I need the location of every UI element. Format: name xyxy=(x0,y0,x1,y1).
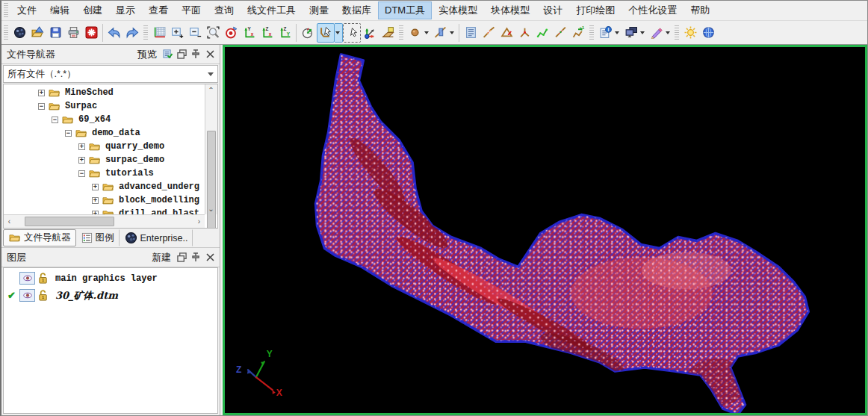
collapse-icon[interactable]: − xyxy=(52,117,58,123)
menu-数据库[interactable]: 数据库 xyxy=(335,1,378,19)
file-info-button[interactable]: i xyxy=(596,23,614,43)
preview-pane-icon[interactable] xyxy=(161,48,174,61)
preview-button[interactable]: 预览 xyxy=(134,46,160,63)
expand-icon[interactable]: + xyxy=(78,157,85,164)
tree-item-block_modelling[interactable]: +block_modelling xyxy=(4,193,205,207)
display-settings-dropdown[interactable] xyxy=(639,23,647,43)
float-window-icon[interactable] xyxy=(175,251,188,264)
menu-帮助[interactable]: 帮助 xyxy=(683,1,716,19)
view-plane-zy-button[interactable]: ZY xyxy=(276,23,294,43)
active-layer-check-icon[interactable]: ✔ xyxy=(6,290,17,301)
float-window-icon[interactable] xyxy=(175,48,188,61)
tree-item-demo_data[interactable]: −demo_data xyxy=(4,126,205,140)
zoom-window-button[interactable] xyxy=(204,23,222,43)
tab-legend[interactable]: 图例 xyxy=(76,229,120,246)
menu-查看[interactable]: 查看 xyxy=(142,1,175,19)
segment-tool-dropdown[interactable] xyxy=(449,23,456,43)
scroll-down-arrow[interactable]: ⌄ xyxy=(205,203,217,214)
expand-icon[interactable]: + xyxy=(92,197,99,204)
view-plane-yx-button[interactable]: Yx xyxy=(240,23,258,43)
tree-item-drill_and_blast[interactable]: +drill_and_blast xyxy=(4,207,205,214)
display-settings-button[interactable] xyxy=(621,23,639,43)
tree-vertical-scrollbar[interactable]: ⌃ ⌄ xyxy=(205,84,217,214)
tree-item-tutorials[interactable]: −tutorials xyxy=(4,167,205,180)
menu-测量[interactable]: 测量 xyxy=(303,1,335,19)
file-info-dropdown[interactable] xyxy=(614,23,621,43)
menu-文件[interactable]: 文件 xyxy=(10,1,43,19)
menu-显示[interactable]: 显示 xyxy=(109,1,142,19)
pin-icon[interactable] xyxy=(189,48,202,61)
save-file-button[interactable] xyxy=(46,23,64,43)
menu-创建[interactable]: 创建 xyxy=(76,1,109,19)
pan-3d-axes-button[interactable] xyxy=(361,23,379,43)
point-tool-dropdown[interactable] xyxy=(424,23,431,43)
print-button[interactable] xyxy=(64,23,82,43)
menu-实体模型[interactable]: 实体模型 xyxy=(432,1,484,19)
scroll-right-arrow[interactable]: › xyxy=(193,216,205,227)
segment-tool-button[interactable] xyxy=(431,23,449,43)
expand-icon[interactable]: + xyxy=(92,184,99,190)
file-filter-dropdown[interactable]: 所有文件（.*.*） xyxy=(3,65,218,83)
rotate-view-button[interactable] xyxy=(299,23,317,43)
collapse-icon[interactable]: − xyxy=(65,130,72,137)
view-plane-zx-button[interactable]: Zx xyxy=(258,23,276,43)
collapse-icon[interactable]: − xyxy=(38,103,45,110)
tree-item-quarry_demo[interactable]: +quarry_demo xyxy=(4,140,205,153)
select-string-mode-dropdown[interactable] xyxy=(335,23,343,43)
smooth-line-button[interactable] xyxy=(533,23,551,43)
select-string-mode-button[interactable] xyxy=(317,23,335,43)
toolbar-grip[interactable] xyxy=(4,25,8,40)
graphics-viewport[interactable]: Y Z X xyxy=(223,45,867,415)
string-properties-button[interactable] xyxy=(462,23,480,43)
layer-row[interactable]: 1main graphics layer xyxy=(4,270,217,287)
tree-item-Surpac[interactable]: −Surpac xyxy=(4,99,205,113)
zoom-data-extents-button[interactable] xyxy=(150,23,168,43)
new-layer-button[interactable]: 新建 xyxy=(149,249,174,266)
zoom-out-button[interactable] xyxy=(186,23,204,43)
break-line-button[interactable] xyxy=(480,23,497,43)
join-lines-button[interactable] xyxy=(551,23,569,43)
pin-icon[interactable] xyxy=(189,251,202,264)
layer-row[interactable]: ✔130_矿体.dtm xyxy=(4,287,217,304)
close-string-button[interactable] xyxy=(497,23,515,43)
expand-icon[interactable]: + xyxy=(38,90,45,96)
menu-线文件工具[interactable]: 线文件工具 xyxy=(241,1,303,19)
tab-file-navigator[interactable]: 文件导航器 xyxy=(3,229,76,246)
close-panel-icon[interactable] xyxy=(203,251,217,264)
tree-item-advanced_underg[interactable]: +advanced_underg xyxy=(4,180,205,193)
menubar-grip[interactable] xyxy=(4,3,8,18)
menu-设计[interactable]: 设计 xyxy=(536,1,569,19)
toolbar-grip[interactable] xyxy=(589,25,594,40)
layer-visibility-eye-icon[interactable] xyxy=(19,272,35,285)
scroll-left-arrow[interactable]: ‹ xyxy=(4,216,15,227)
edit-pencil-dropdown[interactable] xyxy=(665,23,672,43)
toolbar-grip[interactable] xyxy=(143,25,148,40)
zoom-in-button[interactable] xyxy=(168,23,186,43)
renumber-string-button[interactable]: +1 xyxy=(569,23,587,43)
point-tool-button[interactable] xyxy=(406,23,424,43)
open-file-button[interactable] xyxy=(28,23,46,43)
menu-DTM工具[interactable]: DTM工具 xyxy=(378,1,432,19)
tree-item-surpac_demo[interactable]: +surpac_demo xyxy=(4,153,205,167)
layer-unlocked-padlock-icon[interactable]: 1 xyxy=(37,273,49,284)
select-rubber-band-button[interactable] xyxy=(343,23,361,43)
new-graphics-button[interactable] xyxy=(10,23,28,43)
plane-orientation-button[interactable] xyxy=(379,23,397,43)
expand-icon[interactable]: + xyxy=(78,143,85,150)
render-sphere-button[interactable] xyxy=(699,23,717,43)
menu-打印绘图[interactable]: 打印绘图 xyxy=(569,1,621,19)
tree-horizontal-scrollbar[interactable]: ‹ › xyxy=(4,214,205,228)
lighting-button[interactable] xyxy=(681,23,699,43)
undo-button[interactable] xyxy=(105,23,123,43)
close-panel-icon[interactable] xyxy=(203,48,217,61)
menu-编辑[interactable]: 编辑 xyxy=(43,1,76,19)
tree-item-69_x64[interactable]: −69_x64 xyxy=(4,113,205,126)
scroll-up-arrow[interactable]: ⌃ xyxy=(205,84,217,96)
split-line-button[interactable] xyxy=(515,23,533,43)
menu-查询[interactable]: 查询 xyxy=(208,1,241,19)
tab-enterprise[interactable]: Enterprise.. xyxy=(120,229,193,246)
edit-pencil-button[interactable] xyxy=(647,23,665,43)
menu-个性化设置[interactable]: 个性化设置 xyxy=(621,1,683,19)
toolbar-grip[interactable] xyxy=(399,25,403,40)
menu-块体模型[interactable]: 块体模型 xyxy=(484,1,536,19)
